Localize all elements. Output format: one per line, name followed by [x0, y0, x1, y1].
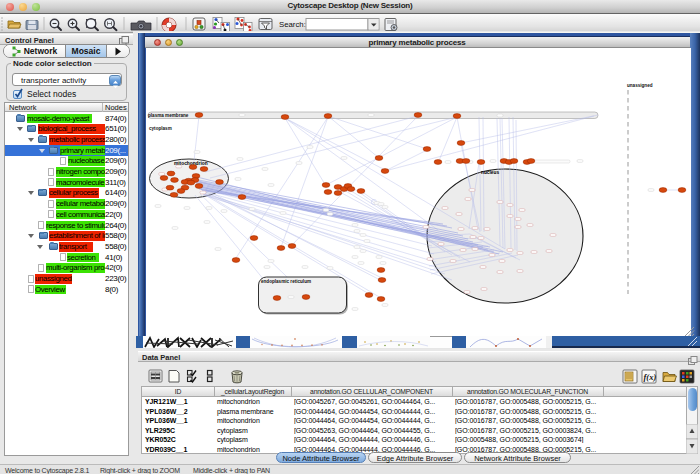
svg-text:Search:: Search: — [279, 20, 306, 29]
svg-text:unassigned: unassigned — [627, 83, 653, 88]
svg-text:endoplasmic reticulum: endoplasmic reticulum — [261, 279, 311, 284]
svg-text:plasma membrane: plasma membrane — [148, 113, 189, 118]
svg-text:cytoplasm: cytoplasm — [149, 126, 172, 131]
svg-text:f(x): f(x) — [644, 372, 657, 382]
svg-text:nucleus: nucleus — [481, 170, 499, 175]
